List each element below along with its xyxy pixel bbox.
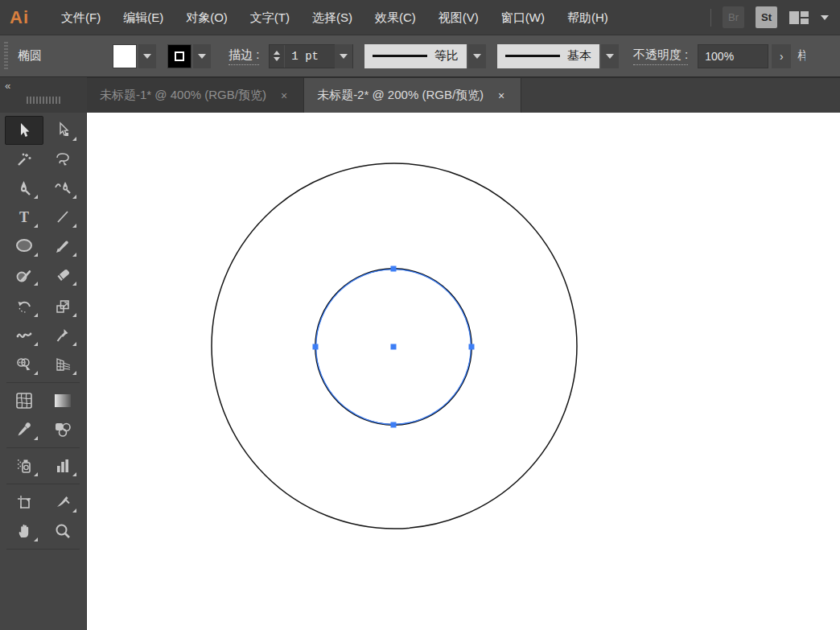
fill-color-swatch[interactable] — [113, 44, 137, 68]
brush-definition-dropdown[interactable]: 基本 — [497, 44, 619, 68]
artboard-icon — [15, 493, 33, 511]
line-segment-icon — [54, 208, 72, 226]
menu-edit[interactable]: 编辑(E) — [112, 0, 175, 35]
panel-collapse-button[interactable]: « — [5, 80, 10, 92]
tool-line-segment[interactable] — [43, 203, 82, 232]
document-tab-title: 未标题-1* @ 400% (RGB/预览) — [100, 88, 266, 103]
stroke-weight-label[interactable]: 描边 : — [229, 47, 259, 65]
control-bar: 椭圆 描边 : 1 pt 等比 基本 不透明度 : 100% › 样 — [0, 35, 840, 77]
tools-panel: T — [0, 113, 87, 630]
document-tab-title: 未标题-2* @ 200% (RGB/预览) — [317, 88, 484, 103]
artboard-canvas[interactable] — [87, 113, 840, 630]
hand-icon — [15, 522, 33, 540]
anchor-point[interactable] — [391, 422, 397, 428]
stroke-weight-value[interactable]: 1 pt — [285, 50, 335, 63]
bridge-button[interactable]: Br — [723, 6, 744, 28]
artwork-svg — [87, 113, 840, 630]
controlbar-grip-handle[interactable] — [4, 42, 8, 71]
width-profile-label: 等比 — [434, 48, 459, 64]
stroke-weight-stepper[interactable] — [270, 45, 285, 68]
document-tab-2[interactable]: 未标题-2* @ 200% (RGB/预览) × — [304, 78, 521, 113]
tool-blend[interactable] — [43, 415, 82, 444]
tool-selection[interactable] — [5, 116, 43, 145]
perspective-grid-icon — [54, 356, 72, 373]
width-profile-dropdown[interactable]: 等比 — [364, 44, 486, 68]
document-tab-1[interactable]: 未标题-1* @ 400% (RGB/预览) × — [87, 78, 304, 113]
workspace-chevron-down-icon[interactable] — [821, 15, 829, 20]
stroke-weight-field[interactable]: 1 pt — [269, 44, 353, 68]
brush-chevron-down-icon[interactable] — [601, 44, 619, 68]
ellipse-icon — [14, 237, 34, 255]
toolbar-divider — [6, 484, 80, 484]
eyedropper-icon — [15, 421, 33, 439]
tool-curvature-pen[interactable] — [43, 174, 82, 203]
center-point[interactable] — [391, 344, 397, 350]
menu-window[interactable]: 窗口(W) — [490, 0, 556, 35]
mesh-icon — [14, 391, 34, 410]
menu-effect[interactable]: 效果(C) — [364, 0, 427, 35]
pen-icon — [15, 179, 33, 197]
tool-slice[interactable] — [43, 488, 82, 517]
rotate-icon — [15, 298, 33, 315]
menu-view[interactable]: 视图(V) — [427, 0, 490, 35]
opacity-field[interactable]: 100% — [698, 44, 768, 68]
opacity-more-button[interactable]: › — [772, 44, 791, 68]
blend-icon — [53, 421, 72, 439]
tool-width[interactable] — [5, 321, 43, 350]
eraser-icon — [54, 266, 72, 284]
tool-lasso[interactable] — [43, 145, 82, 174]
fill-chevron-down-icon[interactable] — [138, 44, 156, 68]
toolbar-divider — [6, 382, 80, 383]
menu-select[interactable]: 选择(S) — [301, 0, 364, 35]
stroke-color-swatch[interactable] — [167, 44, 191, 68]
tool-gradient[interactable] — [43, 386, 82, 415]
tool-eraser[interactable] — [43, 261, 82, 290]
tab-close-icon[interactable]: × — [495, 88, 508, 104]
tab-close-icon[interactable]: × — [278, 88, 290, 104]
tool-hand[interactable] — [5, 517, 43, 546]
stepper-down-icon[interactable] — [274, 57, 280, 61]
tool-paintbrush[interactable] — [43, 232, 82, 261]
workspace-layout-icon[interactable] — [789, 9, 809, 27]
stroke-weight-chevron-down-icon[interactable] — [335, 44, 352, 68]
width-profile-chevron-down-icon[interactable] — [468, 44, 486, 68]
type-icon: T — [15, 208, 33, 226]
tool-shaper[interactable] — [5, 261, 43, 290]
tool-symbol-sprayer[interactable] — [5, 451, 43, 480]
tool-perspective-grid[interactable] — [43, 350, 82, 379]
tool-ellipse[interactable] — [5, 232, 43, 261]
menu-help[interactable]: 帮助(H) — [556, 0, 620, 35]
menu-type[interactable]: 文字(T) — [239, 0, 301, 35]
tool-magic-wand[interactable] — [5, 145, 43, 174]
tool-type[interactable]: T — [5, 203, 43, 232]
lasso-icon — [54, 150, 72, 168]
stepper-up-icon[interactable] — [274, 51, 280, 55]
anchor-point[interactable] — [469, 344, 475, 350]
anchor-point[interactable] — [391, 266, 397, 272]
curvature-pen-icon — [54, 179, 72, 197]
menubar-divider — [710, 9, 711, 27]
tool-shape-builder[interactable] — [5, 350, 43, 379]
tool-rotate[interactable] — [5, 292, 43, 321]
scale-icon — [54, 298, 72, 315]
menu-file[interactable]: 文件(F) — [50, 0, 112, 35]
puppet-warp-pin-icon — [54, 327, 72, 344]
brush-definition-label: 基本 — [567, 48, 591, 64]
tool-mesh[interactable] — [5, 386, 43, 415]
tool-direct-selection[interactable] — [43, 116, 82, 145]
tools-panel-grip[interactable] — [27, 97, 60, 104]
stroke-chevron-down-icon[interactable] — [193, 44, 211, 68]
opacity-label[interactable]: 不透明度 : — [633, 47, 688, 65]
brush-definition-preview — [505, 55, 560, 57]
menu-object[interactable]: 对象(O) — [175, 0, 239, 35]
tool-artboard[interactable] — [5, 488, 43, 517]
tool-column-graph[interactable] — [43, 451, 82, 480]
magic-wand-icon — [15, 150, 33, 168]
tool-scale[interactable] — [43, 292, 82, 321]
tool-pen[interactable] — [5, 174, 43, 203]
tool-zoom[interactable] — [43, 517, 82, 546]
tool-eyedropper[interactable] — [5, 415, 43, 444]
stock-button[interactable]: St — [756, 6, 777, 28]
anchor-point[interactable] — [313, 344, 319, 350]
tool-puppet-warp[interactable] — [43, 321, 82, 350]
